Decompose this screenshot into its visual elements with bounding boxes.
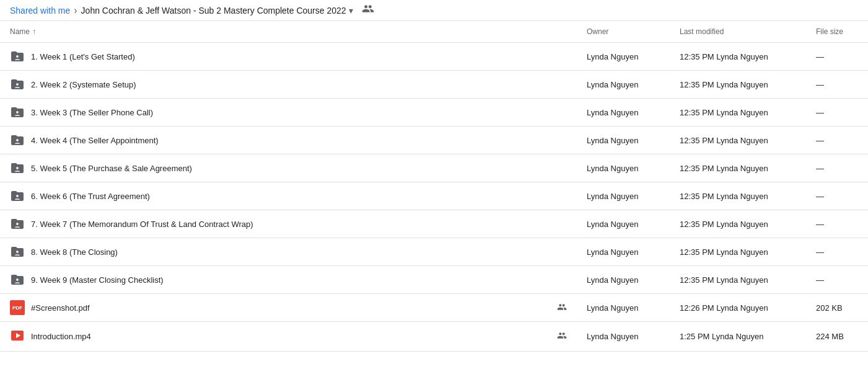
file-size: 224 MB	[806, 322, 868, 352]
file-size: 202 KB	[806, 294, 868, 322]
file-size: —	[806, 182, 868, 210]
file-name: 2. Week 2 (Systemate Setup)	[31, 80, 567, 89]
table-row[interactable]: 7. Week 7 (The Memorandum Of Trust & Lan…	[0, 210, 868, 238]
file-name: 6. Week 6 (The Trust Agreement)	[31, 192, 567, 201]
file-name: 9. Week 9 (Master Closing Checklist)	[31, 275, 567, 285]
file-owner: Lynda Nguyen	[577, 294, 670, 322]
file-modified: 12:35 PM Lynda Nguyen	[670, 71, 806, 99]
file-size: —	[806, 238, 868, 266]
file-name: 5. Week 5 (The Purchase & Sale Agreement…	[31, 164, 567, 173]
column-header-name[interactable]: Name ↑	[0, 21, 577, 43]
file-owner: Lynda Nguyen	[577, 266, 670, 294]
file-owner: Lynda Nguyen	[577, 43, 670, 71]
folder-shared-icon	[10, 49, 25, 64]
folder-shared-icon	[10, 77, 25, 92]
file-size: —	[806, 71, 868, 99]
file-size: —	[806, 43, 868, 71]
folder-shared-icon	[10, 272, 25, 287]
file-size: —	[806, 210, 868, 238]
table-header-row: Name ↑ Owner Last modified File size	[0, 21, 868, 43]
file-modified: 12:35 PM Lynda Nguyen	[670, 43, 806, 71]
breadcrumb: Shared with me › John Cochran & Jeff Wat…	[0, 0, 868, 21]
file-modified: 12:26 PM Lynda Nguyen	[670, 294, 806, 322]
file-size: —	[806, 154, 868, 182]
file-size: —	[806, 127, 868, 154]
sort-arrow-icon: ↑	[32, 27, 36, 36]
table-row[interactable]: 3. Week 3 (The Seller Phone Call)Lynda N…	[0, 99, 868, 127]
file-owner: Lynda Nguyen	[577, 99, 670, 127]
column-header-modified[interactable]: Last modified	[670, 21, 806, 43]
file-owner: Lynda Nguyen	[577, 154, 670, 182]
file-owner: Lynda Nguyen	[577, 71, 670, 99]
table-row[interactable]: 4. Week 4 (The Seller Appointment)Lynda …	[0, 127, 868, 154]
file-owner: Lynda Nguyen	[577, 210, 670, 238]
folder-shared-icon	[10, 105, 25, 120]
folder-shared-icon	[10, 133, 25, 148]
file-size: —	[806, 266, 868, 294]
folder-shared-icon	[10, 189, 25, 203]
file-owner: Lynda Nguyen	[577, 182, 670, 210]
current-folder[interactable]: John Cochran & Jeff Watson - Sub 2 Maste…	[81, 6, 353, 16]
chevron-down-icon: ▾	[349, 6, 353, 16]
file-name: 7. Week 7 (The Memorandum Of Trust & Lan…	[31, 220, 567, 229]
table-row[interactable]: 9. Week 9 (Master Closing Checklist)Lynd…	[0, 266, 868, 294]
file-name: 8. Week 8 (The Closing)	[31, 247, 567, 257]
file-table: Name ↑ Owner Last modified File size 1. …	[0, 21, 868, 352]
table-row[interactable]: 1. Week 1 (Let's Get Started)Lynda Nguye…	[0, 43, 868, 71]
file-name: Introduction.mp4	[31, 332, 547, 341]
table-row[interactable]: 6. Week 6 (The Trust Agreement)Lynda Ngu…	[0, 182, 868, 210]
file-modified: 12:35 PM Lynda Nguyen	[670, 154, 806, 182]
table-row[interactable]: 8. Week 8 (The Closing)Lynda Nguyen12:35…	[0, 238, 868, 266]
breadcrumb-chevron: ›	[74, 5, 77, 16]
table-row[interactable]: 2. Week 2 (Systemate Setup)Lynda Nguyen1…	[0, 71, 868, 99]
file-modified: 12:35 PM Lynda Nguyen	[670, 182, 806, 210]
file-name: #Screenshot.pdf	[31, 303, 547, 313]
file-modified: 12:35 PM Lynda Nguyen	[670, 266, 806, 294]
video-icon	[10, 328, 25, 345]
file-owner: Lynda Nguyen	[577, 127, 670, 154]
table-row[interactable]: Introduction.mp4 Lynda Nguyen1:25 PM Lyn…	[0, 322, 868, 352]
current-folder-name: John Cochran & Jeff Watson - Sub 2 Maste…	[81, 6, 346, 16]
file-name: 1. Week 1 (Let's Get Started)	[31, 52, 567, 61]
file-modified: 12:35 PM Lynda Nguyen	[670, 99, 806, 127]
table-row[interactable]: PDF#Screenshot.pdf Lynda Nguyen12:26 PM …	[0, 294, 868, 322]
file-modified: 1:25 PM Lynda Nguyen	[670, 322, 806, 352]
column-header-owner[interactable]: Owner	[577, 21, 670, 43]
folder-shared-icon	[10, 244, 25, 259]
folder-shared-icon	[10, 161, 25, 176]
shared-users-icon	[557, 302, 567, 314]
file-modified: 12:35 PM Lynda Nguyen	[670, 210, 806, 238]
table-row[interactable]: 5. Week 5 (The Purchase & Sale Agreement…	[0, 154, 868, 182]
file-size: —	[806, 99, 868, 127]
folder-shared-icon	[10, 216, 25, 231]
file-modified: 12:35 PM Lynda Nguyen	[670, 127, 806, 154]
shared-people-icon[interactable]	[362, 2, 374, 18]
file-owner: Lynda Nguyen	[577, 238, 670, 266]
column-header-size[interactable]: File size	[806, 21, 868, 43]
file-modified: 12:35 PM Lynda Nguyen	[670, 238, 806, 266]
file-name: 3. Week 3 (The Seller Phone Call)	[31, 108, 567, 117]
shared-users-icon	[557, 331, 567, 342]
shared-with-me-link[interactable]: Shared with me	[10, 6, 70, 16]
file-owner: Lynda Nguyen	[577, 322, 670, 352]
pdf-icon: PDF	[10, 300, 25, 315]
file-name: 4. Week 4 (The Seller Appointment)	[31, 136, 567, 145]
